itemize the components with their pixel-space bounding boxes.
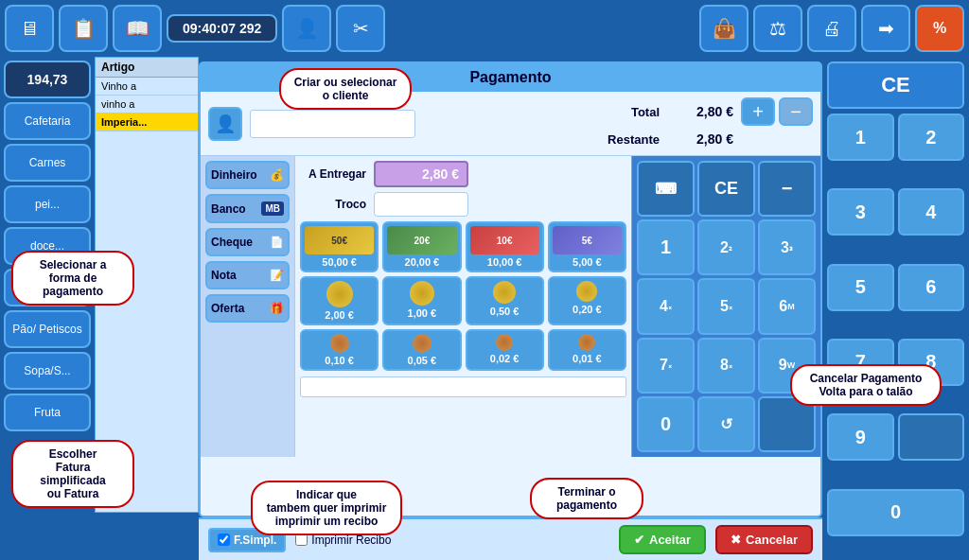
inner-ce-btn[interactable]: CE: [697, 161, 755, 217]
article-item-1[interactable]: Vinho a: [96, 78, 198, 96]
inner-num-7[interactable]: 7ₓ: [637, 338, 695, 394]
top-btn-bag[interactable]: 👜: [699, 5, 749, 52]
top-btn-percent[interactable]: %: [915, 5, 964, 52]
pay-method-nota[interactable]: Nota 📝: [205, 261, 290, 289]
sidebar-item-carnes[interactable]: Carnes: [4, 144, 91, 182]
note-20[interactable]: 20€ 20,00 €: [382, 221, 461, 272]
fsimpl-btn[interactable]: F.Simpl.: [208, 528, 286, 552]
coin-2eur[interactable]: 2,00 €: [300, 276, 379, 325]
sidebar-item-queijos[interactable]: Queijos: [4, 269, 91, 306]
right-num-3[interactable]: 3: [827, 188, 894, 236]
top-btn-person[interactable]: 👤: [282, 5, 331, 52]
inner-num-6[interactable]: 6M: [758, 278, 816, 334]
top-btn-scale[interactable]: ⚖: [753, 5, 802, 52]
restante-label: Restante: [584, 132, 660, 147]
inner-num-0[interactable]: 0: [637, 396, 695, 452]
inner-num-3[interactable]: 3₃: [758, 219, 816, 275]
article-header: Artigo: [96, 58, 198, 78]
inner-minus-btn[interactable]: −: [758, 161, 816, 217]
pay-methods: Dinheiro 💰 Banco MB Cheque 📄 Nota 📝 Ofer…: [201, 156, 295, 457]
inner-refresh-btn[interactable]: ↺: [697, 396, 755, 452]
top-btn-print[interactable]: 🖨: [807, 5, 856, 52]
customer-btn[interactable]: 👤: [208, 107, 242, 141]
note-5-visual: 5€: [553, 226, 622, 254]
coin-2c[interactable]: 0,02 €: [466, 329, 544, 371]
bottom-bar: F.Simpl. Imprimir Recibo ✔ Aceitar ✖ Can…: [199, 517, 822, 560]
amount-input[interactable]: 2,80 €: [374, 161, 468, 187]
amount-label: A Entregar: [300, 167, 366, 181]
keyboard-icon-btn[interactable]: ⌨: [637, 161, 695, 217]
accept-label: Aceitar: [649, 533, 691, 547]
clock-display: 09:40:07 292: [167, 14, 277, 43]
right-ce-btn[interactable]: CE: [827, 61, 964, 109]
coin-50c[interactable]: 0,50 €: [466, 276, 544, 325]
note-10[interactable]: 10€ 10,00 €: [466, 221, 544, 272]
accept-btn[interactable]: ✔ Aceitar: [619, 525, 706, 554]
coin-1eur[interactable]: 1,00 €: [382, 276, 461, 325]
article-item-2[interactable]: vinho a: [96, 96, 198, 114]
note-10-visual: 10€: [470, 226, 539, 254]
print-label: Imprimir Recibo: [311, 534, 391, 547]
right-num-9[interactable]: 9: [827, 413, 894, 461]
fsimpl-checkbox[interactable]: [218, 534, 230, 546]
price-display: 194,73: [4, 61, 91, 98]
inner-num-5[interactable]: 5ₓ: [697, 278, 755, 334]
inner-blank-btn: [758, 396, 816, 452]
plus-btn[interactable]: +: [741, 97, 775, 126]
check-icon: ✔: [634, 533, 644, 547]
inner-num-2[interactable]: 2₂: [697, 219, 755, 275]
cancel-btn[interactable]: ✖ Cancelar: [715, 525, 813, 554]
pay-method-banco[interactable]: Banco MB: [205, 194, 290, 223]
note-50[interactable]: 50€ 50,00 €: [300, 221, 379, 272]
right-num-5[interactable]: 5: [827, 264, 894, 311]
right-num-7[interactable]: 7: [827, 339, 894, 386]
customer-input[interactable]: [250, 110, 415, 138]
restante-line: Restante 2,80 €: [584, 131, 813, 147]
right-num-1[interactable]: 1: [827, 114, 894, 161]
sidebar-item-doce[interactable]: doce...: [4, 227, 91, 265]
sidebar-item-sopa[interactable]: Sopa/S...: [4, 352, 91, 390]
coin-5c[interactable]: 0,05 €: [382, 329, 461, 371]
print-checkbox[interactable]: [295, 534, 308, 546]
top-btn-monitor[interactable]: 🖥: [5, 5, 54, 52]
pay-center: A Entregar 2,80 € Troco 50€ 50,00 € 20€ …: [295, 156, 631, 457]
payment-title: Pagamento: [201, 63, 820, 92]
x-icon: ✖: [731, 533, 741, 547]
pay-method-cheque[interactable]: Cheque 📄: [205, 228, 290, 256]
sidebar-item-pao[interactable]: Pão/ Petiscos: [4, 310, 91, 348]
pay-method-dinheiro[interactable]: Dinheiro 💰: [205, 161, 290, 189]
coins-row2: 0,10 € 0,05 € 0,02 € 0,01 €: [300, 329, 626, 371]
inner-num-8[interactable]: 8ₓ: [697, 338, 755, 394]
right-num-8[interactable]: 8: [898, 339, 965, 386]
sidebar-item-fruta[interactable]: Fruta: [4, 394, 91, 431]
right-num-4[interactable]: 4: [898, 188, 965, 236]
coin-1c[interactable]: 0,01 €: [548, 329, 626, 371]
coin-50c-visual: [493, 281, 516, 304]
pay-method-oferta[interactable]: Oferta 🎁: [205, 294, 290, 323]
top-btn-arrow[interactable]: ➡: [861, 5, 910, 52]
inner-num-1[interactable]: 1: [637, 219, 695, 275]
inner-num-4[interactable]: 4ₓ: [637, 278, 695, 334]
inner-num-9[interactable]: 9W: [758, 338, 816, 394]
minus-btn[interactable]: −: [779, 97, 813, 126]
right-num-0[interactable]: 0: [827, 489, 964, 536]
sidebar-item-cafetaria[interactable]: Cafetaria: [4, 102, 91, 140]
coin-5c-visual: [413, 334, 432, 353]
coins-row1: 2,00 € 1,00 € 0,50 € 0,20 €: [300, 276, 626, 325]
right-num-blank: [898, 413, 965, 461]
top-btn-list[interactable]: 📋: [59, 5, 108, 52]
sidebar-item-peixe[interactable]: pei...: [4, 185, 91, 223]
top-bar: 🖥 📋 📖 09:40:07 292 👤 ✂ 👜 ⚖ 🖨 ➡ %: [0, 0, 969, 57]
top-btn-scissors[interactable]: ✂: [336, 5, 385, 52]
right-num-2[interactable]: 2: [898, 114, 965, 161]
note-5[interactable]: 5€ 5,00 €: [548, 221, 626, 272]
coin-10c[interactable]: 0,10 €: [300, 329, 379, 371]
cancel-label: Cancelar: [746, 533, 798, 547]
coin-2c-visual: [496, 334, 513, 351]
coin-20c[interactable]: 0,20 €: [548, 276, 626, 325]
right-num-6[interactable]: 6: [898, 264, 965, 311]
article-item-3[interactable]: Imperia...: [96, 114, 198, 131]
troco-input[interactable]: [374, 192, 468, 217]
coin-1c-visual: [578, 334, 595, 351]
top-btn-book[interactable]: 📖: [113, 5, 162, 52]
